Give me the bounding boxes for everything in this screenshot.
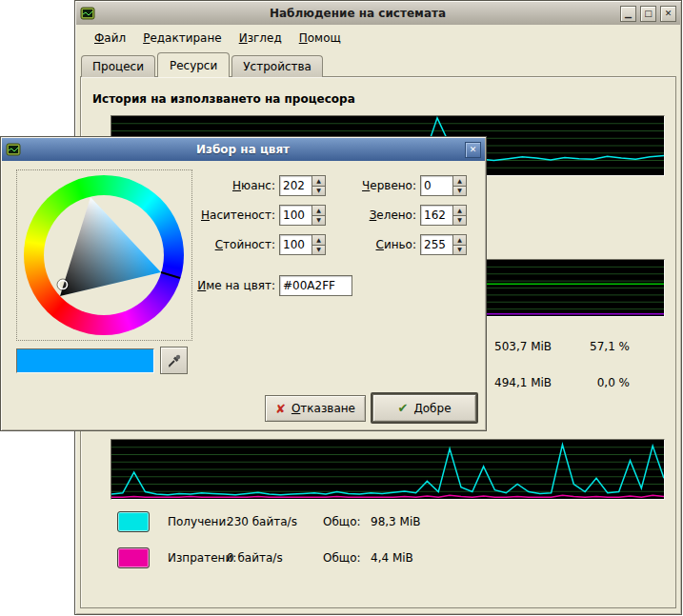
sent-label: Изпратени: xyxy=(168,551,227,565)
value-spin-up-button[interactable]: ▲ xyxy=(311,234,326,246)
down-arrow-icon: ▼ xyxy=(457,247,462,252)
dialog-titlebar[interactable]: Избор на цвят ✕ xyxy=(2,138,485,161)
hue-spin-buttons: ▲ ▼ xyxy=(311,175,326,196)
green-label: Зелено: xyxy=(332,209,416,222)
red-label: Червено: xyxy=(332,179,416,192)
dialog-title: Избор на цвят xyxy=(25,143,461,156)
maximize-icon: □ xyxy=(644,10,653,18)
blue-spin-buttons: ▲ ▼ xyxy=(452,234,467,255)
value-input[interactable] xyxy=(279,234,311,255)
close-icon: ✕ xyxy=(665,10,673,18)
down-arrow-icon: ▼ xyxy=(316,188,321,193)
blue-input[interactable] xyxy=(420,234,452,255)
saturation-spin-buttons: ▲ ▼ xyxy=(311,205,326,226)
blue-spin-up-button[interactable]: ▲ xyxy=(452,234,467,246)
red-spin-buttons: ▲ ▼ xyxy=(452,175,467,196)
hue-spin-up-button[interactable]: ▲ xyxy=(311,175,326,187)
dialog-icon xyxy=(6,142,21,157)
red-spinbox: ▲ ▼ xyxy=(420,175,467,196)
cancel-button-label: Отказване xyxy=(291,402,355,415)
green-input[interactable] xyxy=(420,205,452,226)
network-sent-legend-row: Изпратени: 0 байта/s Общо: 4,4 MiB xyxy=(117,547,413,568)
sent-rate-value: 0 байта/s xyxy=(227,551,323,565)
down-arrow-icon: ▼ xyxy=(457,217,462,223)
up-arrow-icon: ▲ xyxy=(457,208,462,213)
minimize-button[interactable]: ▁ xyxy=(620,6,636,22)
red-input[interactable] xyxy=(420,175,452,196)
green-spin-down-button[interactable]: ▼ xyxy=(452,216,467,227)
main-window-title: Наблюдение на системата xyxy=(99,7,616,20)
sent-total-value: 4,4 MiB xyxy=(371,551,413,565)
received-color-swatch[interactable] xyxy=(117,511,150,532)
received-total-label: Общо: xyxy=(323,515,371,528)
menu-file[interactable]: Файл xyxy=(87,29,133,48)
menu-edit[interactable]: Редактиране xyxy=(135,29,230,48)
hue-spinbox: ▲ ▼ xyxy=(279,175,326,196)
received-total-value: 98,3 MiB xyxy=(371,515,420,528)
minimize-icon: ▁ xyxy=(625,10,632,18)
down-arrow-icon: ▼ xyxy=(316,247,321,252)
hue-spin-down-button[interactable]: ▼ xyxy=(311,187,326,197)
network-chart-canvas xyxy=(111,440,664,499)
menu-view[interactable]: Изглед xyxy=(231,29,290,48)
saturation-spinbox: ▲ ▼ xyxy=(279,205,326,226)
dialog-close-button[interactable]: ✕ xyxy=(465,142,481,158)
current-color-swatch xyxy=(16,348,154,373)
main-titlebar[interactable]: Наблюдение на системата ▁ □ ✕ xyxy=(76,2,680,25)
received-rate-value: 230 байта/s xyxy=(227,515,323,528)
color-picker-dialog: Избор на цвят ✕ Нюанс: xyxy=(0,136,487,431)
memory-percent-value: 57,1 % xyxy=(580,340,630,353)
hue-input[interactable] xyxy=(279,175,311,196)
ok-button-label: Добре xyxy=(413,402,451,415)
red-spin-up-button[interactable]: ▲ xyxy=(452,175,467,187)
saturation-spin-down-button[interactable]: ▼ xyxy=(311,216,326,227)
tab-resources[interactable]: Ресурси xyxy=(157,52,230,77)
blue-label: Синьо: xyxy=(332,238,416,251)
down-arrow-icon: ▼ xyxy=(457,188,462,193)
cancel-button[interactable]: ✘ Отказване xyxy=(265,395,366,422)
up-arrow-icon: ▲ xyxy=(316,208,321,213)
ok-check-icon: ✔ xyxy=(397,402,408,414)
maximize-button[interactable]: □ xyxy=(640,6,656,22)
network-history-chart xyxy=(110,439,665,500)
up-arrow-icon: ▲ xyxy=(316,178,321,184)
green-spinbox: ▲ ▼ xyxy=(420,205,467,226)
notebook-tabbar: Процеси Ресурси Устройства xyxy=(81,50,681,76)
down-arrow-icon: ▼ xyxy=(316,217,321,223)
saturation-spin-up-button[interactable]: ▲ xyxy=(311,205,326,216)
green-spin-buttons: ▲ ▼ xyxy=(452,205,467,226)
value-label: Стойност: xyxy=(190,238,275,251)
green-spin-up-button[interactable]: ▲ xyxy=(452,205,467,216)
up-arrow-icon: ▲ xyxy=(457,178,462,184)
tab-devices[interactable]: Устройства xyxy=(231,55,323,77)
blue-spin-down-button[interactable]: ▼ xyxy=(452,246,467,256)
value-spinbox: ▲ ▼ xyxy=(279,234,326,255)
up-arrow-icon: ▲ xyxy=(457,237,462,243)
value-spin-down-button[interactable]: ▼ xyxy=(311,246,326,256)
red-spin-down-button[interactable]: ▼ xyxy=(452,187,467,197)
system-monitor-icon xyxy=(80,6,95,21)
saturation-input[interactable] xyxy=(279,205,311,226)
cpu-history-heading: История на използването на процесора xyxy=(92,92,355,106)
menu-help[interactable]: Помощ xyxy=(291,29,349,48)
sent-color-swatch[interactable] xyxy=(117,547,150,568)
eyedropper-button[interactable] xyxy=(160,347,188,374)
blue-spinbox: ▲ ▼ xyxy=(420,234,467,255)
value-spin-buttons: ▲ ▼ xyxy=(311,234,326,255)
tab-processes[interactable]: Процеси xyxy=(81,55,155,77)
close-button[interactable]: ✕ xyxy=(660,6,676,22)
color-name-input[interactable] xyxy=(279,275,352,296)
dialog-close-icon: ✕ xyxy=(470,146,477,154)
received-label: Получени: xyxy=(168,515,227,528)
color-name-label: Име на цвят: xyxy=(190,279,275,292)
swap-amount-value: 494,1 MiB xyxy=(494,376,552,389)
swap-percent-value: 0,0 % xyxy=(580,376,630,389)
eyedropper-icon xyxy=(167,353,182,368)
ok-button[interactable]: ✔ Добре xyxy=(372,394,476,422)
menubar: Файл Редактиране Изглед Помощ xyxy=(75,26,681,50)
saturation-value-triangle[interactable] xyxy=(24,175,184,335)
cancel-x-icon: ✘ xyxy=(275,403,286,415)
network-received-legend-row: Получени: 230 байта/s Общо: 98,3 MiB xyxy=(117,511,420,532)
saturation-label: Наситеност: xyxy=(190,209,275,222)
ok-button-default-ring: ✔ Добре xyxy=(371,392,478,424)
